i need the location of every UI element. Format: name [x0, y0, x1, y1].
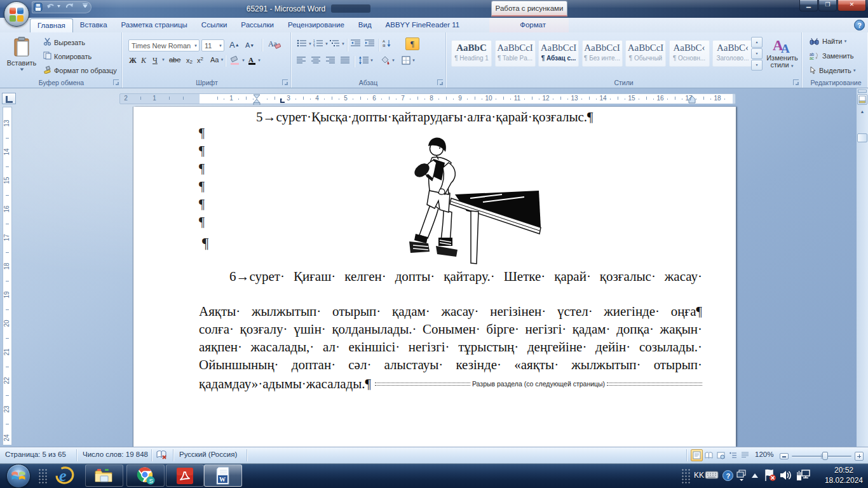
italic-button[interactable]: К — [141, 56, 146, 65]
internet-explorer-icon[interactable]: e — [51, 466, 79, 485]
style-card[interactable]: AaBbCcΙ¶ Абзац с... — [538, 40, 579, 67]
web-layout-view-button[interactable] — [715, 449, 727, 461]
styles-scroll-down[interactable]: ▼ — [751, 48, 763, 59]
font-color-button[interactable]: А ▼ — [248, 56, 261, 65]
zoom-level[interactable]: 120% — [755, 451, 773, 458]
undo-button[interactable] — [46, 3, 61, 10]
draft-view-button[interactable] — [739, 449, 751, 461]
numbering-button[interactable]: 123▼ — [313, 39, 329, 48]
horizontal-ruler[interactable]: 2113456789101112131415161718 — [119, 93, 736, 104]
zoom-out-button[interactable] — [780, 453, 789, 459]
style-card[interactable]: AaBbCcΙ¶ Обычный — [625, 40, 666, 67]
zoom-slider-thumb[interactable] — [822, 452, 828, 460]
paragraph-dialog-launcher[interactable] — [437, 79, 443, 85]
tab-abbyy-finereader-11[interactable]: ABBYY FineReader 11 — [379, 18, 467, 32]
acrobat-taskbar-button[interactable] — [166, 464, 204, 487]
highlight-button[interactable]: ▼ — [230, 56, 245, 65]
tab-рецензирование[interactable]: Рецензирование — [281, 18, 351, 32]
shrink-font-button[interactable]: A▼ — [245, 41, 254, 49]
clock[interactable]: 20:52 18.02.2024 — [825, 465, 863, 485]
align-right-button[interactable] — [326, 57, 335, 64]
underline-button[interactable]: Ч — [153, 56, 158, 65]
language-tray-indicator[interactable]: KK — [694, 471, 704, 480]
close-button[interactable]: ✕ — [837, 0, 866, 11]
help-tray-icon[interactable]: ? — [722, 470, 733, 481]
tab-вставка[interactable]: Вставка — [73, 18, 114, 32]
page-indicator[interactable]: Страница: 5 из 65 — [5, 451, 66, 458]
document-page[interactable]: 5→сурет·Қысқа·допты·қайтарудағы·алға·қар… — [133, 107, 736, 447]
style-card[interactable]: AaBbCcΙ¶ Table Pa... — [495, 40, 536, 67]
tab-вид[interactable]: Вид — [351, 18, 379, 32]
zoom-in-button[interactable] — [855, 452, 864, 461]
cut-button[interactable]: Вырезать — [43, 37, 85, 47]
keyboard-tray-icon[interactable] — [704, 468, 719, 481]
indent-markers[interactable] — [252, 94, 262, 105]
clipboard-dialog-launcher[interactable] — [113, 79, 119, 85]
style-card[interactable]: AaBbC¶ Heading 1 — [451, 40, 492, 67]
tab-разметка-страницы[interactable]: Разметка страницы — [114, 18, 194, 32]
line-spacing-button[interactable]: ▼ — [358, 57, 374, 64]
underline-caret[interactable]: ▼ — [160, 58, 165, 62]
table-tennis-figure[interactable] — [407, 135, 544, 268]
network-tray-icon[interactable] — [796, 469, 811, 482]
explorer-taskbar-button[interactable] — [85, 464, 123, 487]
align-center-button[interactable] — [311, 57, 320, 64]
show-hidden-icons-button[interactable] — [750, 471, 760, 480]
maximize-button[interactable]: ❐ — [818, 0, 837, 11]
fullscreen-reading-view-button[interactable] — [703, 449, 715, 461]
action-center-flag-icon[interactable] — [763, 468, 778, 482]
justify-button[interactable] — [341, 57, 349, 64]
clear-formatting-button[interactable]: Аа — [268, 39, 281, 49]
shading-button[interactable]: ▼ — [380, 56, 395, 65]
copy-button[interactable]: Копировать — [43, 51, 92, 61]
split-handle[interactable] — [858, 90, 867, 93]
style-card[interactable]: AaBbC‹Заголово... — [712, 40, 753, 67]
proofing-icon[interactable] — [156, 450, 167, 461]
bold-button[interactable]: Ж — [129, 56, 137, 65]
restore-window-tray-icon[interactable] — [735, 468, 748, 482]
tab-stop-selector[interactable] — [2, 93, 16, 104]
start-button[interactable] — [6, 464, 31, 488]
print-layout-view-button[interactable] — [691, 449, 703, 461]
vertical-ruler[interactable]: 131415161718192021222324 — [3, 107, 12, 445]
vertical-scrollbar[interactable]: ▲ — [857, 88, 868, 447]
help-icon[interactable]: ? — [854, 20, 865, 30]
increase-indent-button[interactable] — [365, 39, 374, 47]
grow-font-button[interactable]: A▲ — [229, 40, 240, 50]
tab-ссылки[interactable]: Ссылки — [194, 18, 234, 32]
bullets-button[interactable]: ▼ — [297, 39, 312, 48]
styles-scroll-up[interactable]: ▲ — [751, 37, 763, 48]
tab-главная[interactable]: Главная — [30, 18, 73, 33]
word-taskbar-button[interactable]: W — [204, 464, 242, 487]
style-card[interactable]: AaBbCcΙ¶ Без инте... — [582, 40, 623, 67]
tab-формат[interactable]: Формат — [503, 18, 562, 32]
format-painter-button[interactable]: Формат по образцу — [43, 65, 117, 75]
language-indicator[interactable]: Русский (Россия) — [179, 451, 237, 458]
find-button[interactable]: Найти▼ — [810, 37, 847, 45]
show-formatting-marks-button[interactable]: ¶ — [405, 37, 419, 50]
save-button[interactable] — [34, 3, 43, 11]
change-case-button[interactable]: Aa▼ — [210, 56, 224, 64]
office-button[interactable] — [4, 1, 29, 27]
align-left-button[interactable] — [297, 57, 306, 64]
sort-button[interactable]: АЯ — [383, 39, 392, 48]
minimize-button[interactable]: ▁ — [799, 0, 818, 11]
superscript-button[interactable]: x2 — [197, 56, 203, 65]
zoom-slider-track[interactable] — [792, 456, 851, 457]
multilevel-list-button[interactable]: ▼ — [330, 39, 345, 48]
font-dialog-launcher[interactable] — [282, 79, 288, 85]
subscript-button[interactable]: x2 — [186, 56, 193, 65]
chrome-taskbar-button[interactable]: S — [126, 464, 165, 487]
strikethrough-button[interactable]: abe — [169, 56, 180, 64]
ruler-toggle-button[interactable] — [857, 94, 867, 105]
styles-scroll[interactable]: ▲ ▼ ▼ — [751, 37, 763, 71]
styles-more[interactable]: ▼ — [751, 60, 763, 71]
styles-dialog-launcher[interactable] — [793, 79, 799, 85]
font-family-combo[interactable]: Times New Roman▼ — [128, 39, 200, 51]
outline-view-button[interactable] — [727, 449, 739, 461]
paste-button[interactable]: Вставить — [5, 35, 38, 83]
borders-button[interactable]: ▼ — [402, 56, 416, 65]
change-styles-button[interactable]: A A Изменить стили▼ — [764, 36, 801, 80]
select-button[interactable]: Выделить▼ — [810, 67, 857, 74]
decrease-indent-button[interactable] — [351, 39, 360, 47]
